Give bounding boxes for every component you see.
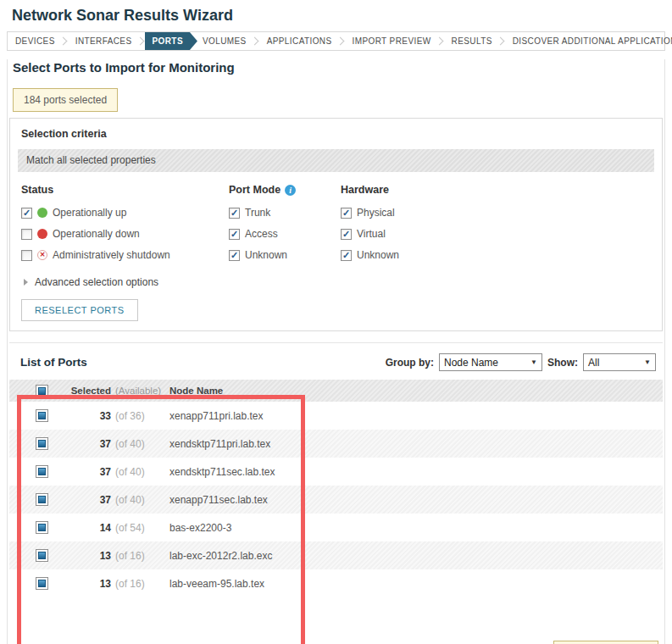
- advanced-selection-options-toggle[interactable]: Advanced selection options: [24, 276, 662, 288]
- node-name: xendsktp711sec.lab.tex: [164, 466, 663, 478]
- table-row[interactable]: 13 (of 16) lab-exc-2012r2.lab.exc: [9, 541, 663, 569]
- row-checkbox[interactable]: [36, 437, 48, 450]
- criteria-item-label: Physical: [357, 207, 395, 219]
- table-row[interactable]: 33 (of 36) xenapp711pri.lab.tex: [9, 402, 663, 430]
- criteria-group-port-mode: Port Mode i ✓ Trunk ✓ Access ✓ Unknown: [229, 182, 341, 265]
- expand-row-icon[interactable]: [17, 580, 21, 587]
- expand-row-icon[interactable]: [17, 413, 21, 419]
- indeterminate-mark: [38, 580, 46, 587]
- indeterminate-mark: [38, 440, 46, 447]
- criteria-item-label: Operationally up: [53, 207, 126, 219]
- row-checkbox[interactable]: [36, 521, 48, 534]
- criteria-item-label: Unknown: [245, 249, 287, 261]
- expand-row-icon[interactable]: [17, 469, 21, 475]
- checkbox-trunk[interactable]: ✓: [229, 208, 240, 219]
- status-admin-shutdown-icon: ✕: [37, 250, 47, 260]
- wizard-step-devices[interactable]: DEVICES: [8, 32, 63, 50]
- selection-criteria-title: Selection criteria: [21, 127, 662, 141]
- wizard-step-interfaces[interactable]: INTERFACES: [68, 32, 140, 50]
- selected-count: 37: [55, 494, 111, 506]
- status-up-icon: [37, 208, 47, 218]
- checkbox-hardware-unknown[interactable]: ✓: [341, 250, 352, 261]
- wizard-step-volumes[interactable]: VOLUMES: [195, 32, 254, 50]
- expand-row-icon[interactable]: [17, 552, 21, 559]
- list-of-ports-panel: List of Ports Group by: Node Name ▼ Show…: [9, 342, 663, 597]
- info-icon[interactable]: i: [285, 185, 296, 196]
- chevron-down-icon: ▼: [644, 358, 651, 366]
- expand-row-icon[interactable]: [17, 525, 21, 531]
- selected-count: 14: [55, 522, 111, 534]
- table-row[interactable]: 37 (of 40) xendsktp711pri.lab.tex: [9, 430, 663, 458]
- group-label-text: Status: [21, 182, 53, 197]
- available-count: (of 40): [111, 494, 164, 506]
- criteria-item-portmode-unknown: ✓ Unknown: [229, 245, 341, 265]
- available-count: (of 36): [111, 410, 164, 422]
- criteria-group-status-label: Status: [21, 182, 229, 197]
- section-heading: Select Ports to Import for Monitoring: [13, 59, 664, 76]
- checkbox-physical[interactable]: ✓: [341, 208, 352, 219]
- criteria-item-access: ✓ Access: [229, 224, 341, 244]
- criteria-item-label: Trunk: [245, 207, 270, 219]
- show-selected-value: All: [588, 357, 599, 369]
- criteria-item-virtual: ✓ Virtual: [341, 224, 476, 244]
- criteria-item-label: Unknown: [357, 249, 399, 261]
- checkbox-administratively-shutdown[interactable]: ✓: [21, 250, 32, 261]
- checkbox-virtual[interactable]: ✓: [341, 229, 352, 240]
- checkbox-portmode-unknown[interactable]: ✓: [229, 250, 240, 261]
- group-by-select[interactable]: Node Name ▼: [439, 353, 542, 371]
- table-row[interactable]: 13 (of 16) lab-veeam-95.lab.tex: [9, 569, 663, 597]
- wizard-step-import-preview[interactable]: IMPORT PREVIEW: [345, 32, 439, 50]
- criteria-group-status: Status ✓ Operationally up ✓ Operationall…: [21, 182, 229, 265]
- available-count: (of 16): [111, 578, 164, 590]
- page-title: Network Sonar Results Wizard: [12, 4, 672, 26]
- chevron-down-icon: ▼: [530, 358, 537, 366]
- available-count: (of 54): [111, 522, 164, 534]
- node-name: lab-exc-2012r2.lab.exc: [164, 550, 663, 562]
- node-name: xendsktp711pri.lab.tex: [164, 438, 663, 450]
- row-checkbox[interactable]: [36, 465, 48, 478]
- criteria-item-physical: ✓ Physical: [341, 203, 476, 223]
- row-checkbox[interactable]: [36, 493, 48, 506]
- available-count: (of 40): [111, 466, 164, 478]
- wizard-step-discover-additional-applications[interactable]: DISCOVER ADDITIONAL APPLICATIONS: [505, 32, 672, 50]
- list-of-ports-title: List of Ports: [20, 356, 87, 369]
- list-of-ports-header: List of Ports Group by: Node Name ▼ Show…: [9, 343, 663, 374]
- show-select[interactable]: All ▼: [583, 353, 656, 371]
- list-controls: Group by: Node Name ▼ Show: All ▼: [386, 353, 656, 371]
- row-checkbox[interactable]: [36, 577, 48, 590]
- node-name: lab-veeam-95.lab.tex: [164, 578, 663, 590]
- indeterminate-mark: [38, 524, 46, 531]
- ports-table-header: Selected (Available) Node Name: [9, 380, 663, 402]
- expand-row-icon[interactable]: [17, 441, 21, 447]
- group-by-selected-value: Node Name: [444, 357, 498, 369]
- indeterminate-mark: [38, 552, 46, 559]
- row-checkbox[interactable]: [36, 549, 48, 562]
- wizard-step-results[interactable]: RESULTS: [444, 32, 500, 50]
- criteria-item-administratively-shutdown: ✓ ✕ Administratively shutdown: [21, 245, 229, 265]
- wizard-step-applications[interactable]: APPLICATIONS: [259, 32, 340, 50]
- wizard-content: Select Ports to Import for Monitoring 18…: [7, 59, 665, 644]
- match-properties-bar[interactable]: Match all selected properties: [18, 149, 654, 172]
- checkbox-operationally-up[interactable]: ✓: [21, 208, 32, 219]
- table-row[interactable]: 37 (of 40) xendsktp711sec.lab.tex: [9, 458, 663, 486]
- row-checkbox[interactable]: [36, 409, 48, 422]
- expand-row-icon[interactable]: [17, 497, 21, 503]
- column-header-selected: Selected: [55, 386, 111, 396]
- selected-count: 37: [55, 438, 111, 450]
- criteria-item-label: Administratively shutdown: [53, 249, 170, 261]
- criteria-group-hardware: Hardware ✓ Physical ✓ Virtual ✓ Unknown: [341, 182, 476, 265]
- checkbox-access[interactable]: ✓: [229, 229, 240, 240]
- table-row[interactable]: 37 (of 40) xenapp711sec.lab.tex: [9, 486, 663, 514]
- selection-criteria-panel: Selection criteria Match all selected pr…: [9, 118, 663, 331]
- wizard-step-ports-active[interactable]: PORTS: [145, 32, 197, 50]
- criteria-group-hardware-label: Hardware: [341, 182, 476, 197]
- node-name: xenapp711sec.lab.tex: [164, 494, 663, 506]
- reselect-ports-button[interactable]: RESELECT PORTS: [21, 299, 138, 321]
- checkbox-operationally-down[interactable]: ✓: [21, 229, 32, 240]
- select-all-checkbox[interactable]: [36, 385, 48, 397]
- selected-count: 13: [55, 550, 111, 562]
- table-row[interactable]: 14 (of 54) bas-ex2200-3: [9, 514, 663, 541]
- selected-count: 13: [55, 578, 111, 590]
- group-label-text: Port Mode: [229, 182, 280, 197]
- indeterminate-mark: [38, 387, 46, 395]
